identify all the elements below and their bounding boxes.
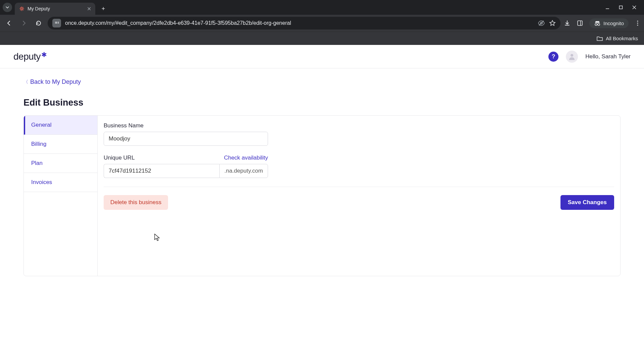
svg-point-25 xyxy=(637,24,638,25)
all-bookmarks-link[interactable]: All Bookmarks xyxy=(606,36,638,41)
svg-line-6 xyxy=(22,7,23,8)
url-text: once.deputy.com/my/#edit_company/2dfe2db… xyxy=(65,20,534,26)
back-link[interactable]: 〈 Back to My Deputy xyxy=(23,78,81,85)
settings-panel: General Billing Plan Invoices Business N… xyxy=(23,115,621,276)
svg-line-4 xyxy=(20,7,21,8)
svg-point-21 xyxy=(598,23,600,25)
site-info-icon[interactable] xyxy=(52,19,61,27)
tab-close-icon[interactable]: ✕ xyxy=(87,6,91,12)
svg-line-7 xyxy=(20,9,21,10)
tab-invoices[interactable]: Invoices xyxy=(24,173,97,192)
close-window-icon[interactable] xyxy=(632,5,637,10)
browser-chrome: My Deputy ✕ + xyxy=(0,0,644,45)
svg-point-23 xyxy=(637,20,638,21)
tab-favicon-icon xyxy=(19,6,25,12)
downloads-icon[interactable] xyxy=(564,20,571,26)
eye-off-icon[interactable] xyxy=(538,19,545,27)
actions-row: Delete this business Save Changes xyxy=(104,195,614,210)
divider xyxy=(104,187,614,187)
svg-rect-9 xyxy=(620,6,623,9)
tab-title: My Deputy xyxy=(28,6,84,11)
back-link-label: Back to My Deputy xyxy=(30,78,81,85)
tab-bar: My Deputy ✕ + xyxy=(0,0,644,15)
logo-text: deputy xyxy=(13,51,41,62)
incognito-icon xyxy=(594,20,601,26)
app-header: deputy ✱ ? Hello, Sarah Tyler xyxy=(0,45,644,68)
tab-general[interactable]: General xyxy=(24,116,97,135)
delete-business-button[interactable]: Delete this business xyxy=(104,195,168,210)
forward-nav-icon[interactable] xyxy=(18,17,30,29)
page-content: 〈 Back to My Deputy Edit Business Genera… xyxy=(0,68,644,286)
incognito-badge[interactable]: Incognito xyxy=(589,18,629,28)
logo-star-icon: ✱ xyxy=(41,51,47,59)
business-name-input[interactable] xyxy=(104,132,268,146)
window-controls xyxy=(605,5,641,10)
svg-point-14 xyxy=(58,22,59,23)
back-nav-icon[interactable] xyxy=(3,17,15,29)
svg-line-5 xyxy=(22,9,23,10)
svg-point-15 xyxy=(58,23,59,24)
toolbar-right: Incognito xyxy=(564,18,641,28)
url-field[interactable]: once.deputy.com/my/#edit_company/2dfe2db… xyxy=(48,17,560,29)
help-button[interactable]: ? xyxy=(548,52,558,62)
greeting-text: Hello, Sarah Tyler xyxy=(585,53,631,60)
help-icon: ? xyxy=(552,53,555,60)
browser-tab[interactable]: My Deputy ✕ xyxy=(15,3,95,15)
bookmarks-bar: All Bookmarks xyxy=(0,32,644,45)
tab-search-button[interactable] xyxy=(3,3,12,12)
side-tabs: General Billing Plan Invoices xyxy=(24,116,98,276)
unique-url-group: .na.deputy.com xyxy=(104,164,268,178)
chevron-left-icon: 〈 xyxy=(23,79,28,85)
svg-point-20 xyxy=(595,23,597,25)
svg-point-24 xyxy=(637,22,638,23)
page-title: Edit Business xyxy=(23,98,621,108)
incognito-label: Incognito xyxy=(603,20,624,26)
url-suffix: .na.deputy.com xyxy=(219,164,268,178)
sidepanel-icon[interactable] xyxy=(577,20,583,26)
minimize-icon[interactable] xyxy=(605,5,610,10)
user-icon xyxy=(568,53,576,61)
header-right: ? Hello, Sarah Tyler xyxy=(548,51,631,63)
check-availability-link[interactable]: Check availability xyxy=(224,155,268,161)
tab-plan[interactable]: Plan xyxy=(24,154,97,173)
tab-billing[interactable]: Billing xyxy=(24,135,97,154)
reload-icon[interactable] xyxy=(33,17,44,29)
new-tab-button[interactable]: + xyxy=(99,4,108,13)
form-area: Business Name Unique URL Check availabil… xyxy=(98,116,620,276)
save-changes-button[interactable]: Save Changes xyxy=(560,195,614,210)
address-bar: once.deputy.com/my/#edit_company/2dfe2db… xyxy=(0,15,644,32)
folder-icon xyxy=(596,36,603,42)
avatar[interactable] xyxy=(566,51,578,63)
unique-url-label: Unique URL xyxy=(104,155,135,161)
bookmark-star-icon[interactable] xyxy=(549,20,556,26)
unique-url-input[interactable] xyxy=(104,164,219,178)
business-name-label: Business Name xyxy=(104,122,614,129)
kebab-menu-icon[interactable] xyxy=(635,20,641,26)
svg-rect-18 xyxy=(578,21,582,25)
logo[interactable]: deputy ✱ xyxy=(13,51,47,62)
maximize-icon[interactable] xyxy=(619,5,623,10)
svg-point-26 xyxy=(571,54,573,57)
